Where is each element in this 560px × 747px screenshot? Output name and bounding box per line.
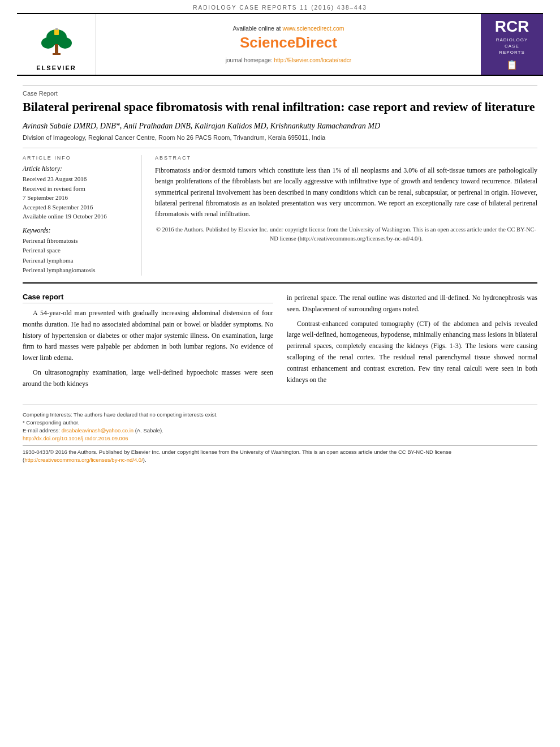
journal-homepage: journal homepage: http://Elsevier.com/lo… (226, 57, 351, 63)
case-report-heading: Case report (23, 293, 273, 303)
history-label: Article history: (23, 165, 132, 172)
abstract-section: Abstract Fibromatosis and/or desmoid tum… (155, 155, 537, 276)
sciencedirect-logo: ScienceDirect (240, 34, 337, 51)
keywords-label: Keywords: (23, 227, 132, 234)
abstract-text: Fibromatosis and/or desmoid tumors which… (155, 165, 537, 220)
body-section: Case report A 54-year-old man presented … (23, 282, 537, 393)
keyword-2: Perirenal space (23, 246, 132, 256)
competing-interests: Competing Interests: The authors have de… (23, 411, 537, 419)
available-online: Available online 19 October 2016 (23, 212, 132, 221)
article-type-label: Case Report (23, 85, 537, 97)
rcr-subtitle: RADIOLOGYCASEREPORTS (496, 37, 528, 56)
elsevier-logo: ELSEVIER (17, 14, 96, 75)
email-link[interactable]: drsabaleavinash@yahoo.co.in (62, 427, 133, 433)
publisher-row: ELSEVIER Available online at www.science… (17, 13, 543, 76)
svg-rect-5 (54, 29, 59, 35)
elsevier-label: ELSEVIER (36, 65, 76, 71)
affiliation: Division of Imageology, Regional Cancer … (23, 134, 537, 141)
homepage-url[interactable]: http://Elsevier.com/locate/radcr (274, 57, 351, 63)
available-text: Available online at www.sciencedirect.co… (232, 25, 344, 32)
svg-rect-3 (55, 44, 58, 54)
journal-name: Radiology Case Reports 11 (2016) 438–443 (193, 5, 367, 11)
received-date: Received 23 August 2016 (23, 174, 132, 184)
revised-label: Received in revised form (23, 184, 132, 194)
body-text-right: in perirenal space. The renal outline wa… (287, 293, 537, 385)
accepted-date: Accepted 8 September 2016 (23, 203, 132, 212)
rcr-box: RCR RADIOLOGYCASEREPORTS 📋 (481, 14, 543, 75)
elsevier-tree-icon (31, 26, 82, 63)
rcr-icon: 📋 (506, 59, 518, 70)
para-1: A 54-year-old man presented with gradual… (23, 308, 273, 364)
footer-divider (23, 445, 537, 446)
article-info-abstract-section: Article Info Article history: Received 2… (23, 148, 537, 276)
body-text-left: A 54-year-old man presented with gradual… (23, 308, 273, 390)
email-row: E-mail address: drsabaleavinash@yahoo.co… (23, 427, 537, 435)
sciencedirect-url[interactable]: www.sciencedirect.com (282, 25, 344, 32)
body-left-column: Case report A 54-year-old man presented … (23, 293, 273, 393)
keyword-1: Perirenal fibromatosis (23, 236, 132, 246)
abstract-title: Abstract (155, 155, 537, 161)
rcr-letters: RCR (495, 19, 529, 35)
revised-date: 7 September 2016 (23, 193, 132, 203)
para-3: in perirenal space. The renal outline wa… (287, 293, 537, 315)
license-link[interactable]: http://creativecommons.org/licenses/by-n… (24, 457, 143, 463)
keyword-3: Perirenal lymphoma (23, 256, 132, 266)
svg-point-2 (58, 37, 72, 49)
authors: Avinash Sabale DMRD, DNB*, Anil Pralhada… (23, 122, 537, 131)
para-2: On ultrasonography examination, large we… (23, 367, 273, 390)
sciencedirect-center: Available online at www.sciencedirect.co… (96, 14, 481, 75)
journal-header: Radiology Case Reports 11 (2016) 438–443 (0, 0, 560, 13)
keyword-4: Perirenal lymphangiomatosis (23, 265, 132, 276)
doi-link[interactable]: http://dx.doi.org/10.1016/j.radcr.2016.0… (23, 435, 128, 441)
article-info-title: Article Info (23, 155, 132, 161)
corresponding-author: * Corresponding author. (23, 419, 537, 427)
para-4: Contrast-enhanced computed tomography (C… (287, 319, 537, 386)
copyright-text: © 2016 the Authors. Published by Elsevie… (155, 225, 537, 243)
article-title: Bilateral perirenal space fibromatosis w… (23, 99, 537, 115)
svg-point-1 (41, 37, 55, 49)
svg-rect-4 (53, 53, 61, 55)
article-info: Article Info Article history: Received 2… (23, 155, 141, 276)
footer: Competing Interests: The authors have de… (23, 405, 537, 470)
main-content: Case Report Bilateral perirenal space fi… (0, 76, 560, 393)
svg-rect-6 (55, 28, 58, 30)
license-text: 1930-0433/© 2016 the Authors. Published … (23, 448, 537, 465)
doi-row: http://dx.doi.org/10.1016/j.radcr.2016.0… (23, 435, 537, 443)
body-right-column: in perirenal space. The renal outline wa… (287, 293, 537, 393)
